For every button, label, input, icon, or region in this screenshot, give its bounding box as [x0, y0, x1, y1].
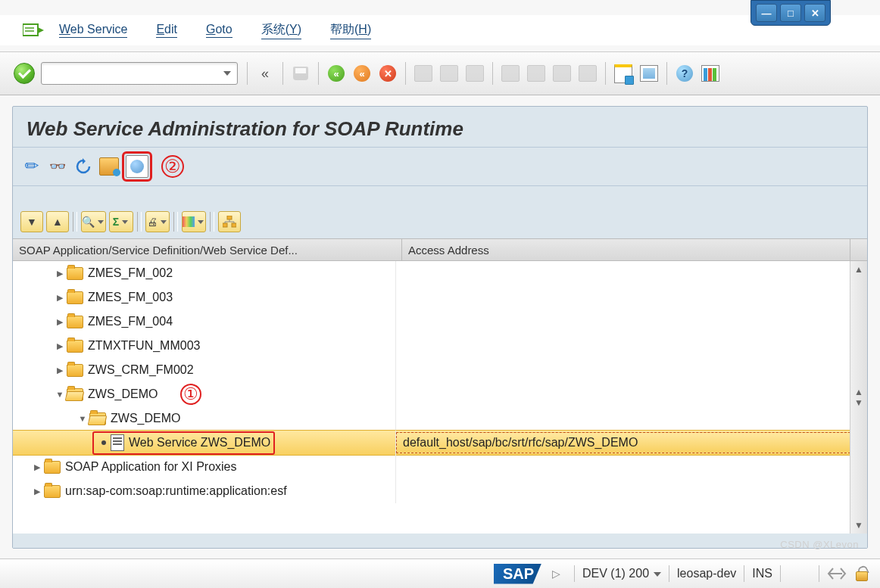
layout-alv-button[interactable] — [182, 211, 206, 232]
shortcut-button[interactable] — [638, 62, 660, 85]
menu-help[interactable]: 帮助(H) — [330, 22, 371, 39]
app-menu-icon[interactable] — [23, 22, 44, 39]
layout-button[interactable] — [699, 62, 722, 85]
sum-button[interactable]: Σ — [109, 211, 133, 232]
callout-1-highlight: Web Service ZWS_DEMO — [92, 431, 275, 455]
alv-toolbar: ▼ ▲ 🔍 Σ 🖨 — [13, 205, 867, 238]
alv-panel: ▼ ▲ 🔍 Σ 🖨 SOAP Application/Service Defin… — [13, 205, 867, 548]
back-chevron-icon[interactable]: « — [254, 62, 276, 85]
scroll-up-icon[interactable]: ▲ — [854, 264, 863, 275]
tree-node-label: ZWS_DEMO — [88, 387, 158, 401]
tree-node-label: SOAP Application for XI Proxies — [65, 460, 236, 474]
menu-goto[interactable]: Goto — [206, 23, 232, 38]
status-system[interactable]: DEV (1) 200 — [582, 567, 661, 580]
vertical-scrollbar[interactable]: ▲ ▲ ▼ ▼ — [850, 261, 867, 534]
tree-row[interactable]: ▶urn:sap-com:soap:runtime:application:es… — [13, 479, 867, 503]
tree-row[interactable]: ▶ZWS_CRM_FM002 — [13, 358, 867, 382]
expand-icon[interactable]: ▶ — [55, 366, 65, 375]
hierarchy-button[interactable] — [218, 211, 241, 232]
expand-icon[interactable]: ▶ — [32, 487, 42, 496]
folder-icon — [67, 316, 83, 328]
svg-rect-3 — [227, 216, 232, 219]
statusbar: SAP ▷ DEV (1) 200 leosap-dev INS — [0, 558, 880, 588]
last-page-button — [576, 62, 599, 85]
page-toolbar: ✎ 👓 ② — [13, 148, 867, 186]
tree-row[interactable]: ▶SOAP Application for XI Proxies — [13, 455, 867, 479]
collapse-icon[interactable]: ▼ — [55, 390, 65, 399]
tree-node-label: urn:sap-com:soap:runtime:application:esf — [65, 484, 287, 498]
folder-icon — [44, 485, 61, 498]
lock-icon[interactable] — [854, 566, 869, 581]
svg-rect-5 — [232, 223, 236, 227]
menubar: Web Service Edit Goto 系统(Y) 帮助(H) — [0, 15, 880, 45]
system-toolbar: « « « ✕ ? — [0, 51, 880, 95]
grid-header-scroll-gap — [850, 239, 867, 260]
grid-header: SOAP Application/Service Definition/Web … — [13, 238, 867, 261]
column-header-2[interactable]: Access Address — [402, 239, 850, 260]
document-icon — [111, 434, 124, 451]
cancel-button[interactable]: ✕ — [376, 62, 399, 85]
find-button — [438, 62, 460, 85]
bullet-icon — [101, 440, 106, 445]
enter-button[interactable] — [14, 63, 35, 84]
column-header-1[interactable]: SOAP Application/Service Definition/Web … — [13, 239, 402, 260]
tree-row[interactable]: Web Service ZWS_DEMOdefault_host/sap/bc/… — [13, 431, 867, 455]
exit-button[interactable]: « — [351, 62, 373, 85]
globe-icon — [130, 160, 144, 173]
status-nav-icon[interactable] — [827, 567, 847, 580]
tree-node-label: ZMES_FM_004 — [88, 315, 173, 328]
close-button[interactable]: ✕ — [804, 4, 825, 22]
print-alv-button[interactable]: 🖨 — [145, 211, 170, 232]
svg-rect-4 — [223, 223, 227, 227]
collapse-icon[interactable]: ▼ — [77, 414, 88, 423]
edit-button[interactable]: ✎ — [21, 156, 42, 177]
tree-row[interactable]: ▼ZWS_DEMO — [13, 406, 867, 431]
scroll-mid-down-icon[interactable]: ▼ — [854, 397, 863, 408]
collapse-all-button[interactable]: ▲ — [46, 211, 69, 232]
next-page-button — [551, 62, 573, 85]
window-controls: — □ ✕ — [750, 0, 831, 26]
tree-node-label: ZWS_CRM_FM002 — [88, 363, 194, 377]
folder-open-icon — [89, 412, 106, 425]
expand-icon[interactable]: ▶ — [32, 462, 42, 472]
expand-icon[interactable]: ▶ — [55, 341, 65, 351]
tree-node-label: ZMES_FM_002 — [88, 266, 173, 280]
tree-row[interactable]: ▶ZMES_FM_004 — [13, 310, 867, 334]
expand-icon[interactable]: ▶ — [55, 293, 65, 303]
command-field[interactable] — [41, 62, 238, 85]
scroll-mid-up-icon[interactable]: ▲ — [854, 387, 863, 397]
folder-open-icon — [67, 388, 83, 401]
expand-icon[interactable]: ▶ — [55, 269, 65, 278]
menu-system[interactable]: 系统(Y) — [261, 22, 301, 39]
expand-icon[interactable]: ▶ — [55, 317, 65, 327]
server-button[interactable] — [98, 156, 120, 177]
folder-icon — [67, 340, 83, 353]
maximize-button[interactable]: □ — [780, 4, 801, 22]
menu-edit[interactable]: Edit — [156, 23, 177, 38]
status-expand-icon[interactable]: ▷ — [552, 568, 560, 580]
tree-row[interactable]: ▼ZWS_DEMO① — [13, 382, 867, 406]
new-session-button[interactable] — [612, 62, 635, 85]
tree-node-label: Web Service ZWS_DEMO — [129, 436, 270, 450]
tree-row[interactable]: ▶ZTMXTFUN_MM003 — [13, 334, 867, 358]
folder-icon — [67, 364, 83, 377]
back-button[interactable]: « — [325, 62, 348, 85]
tree-row[interactable]: ▶ZMES_FM_003 — [13, 285, 867, 310]
callout-2-label: ② — [161, 155, 184, 178]
callout-1-label: ① — [180, 384, 201, 405]
print-button — [412, 62, 435, 85]
access-address-cell[interactable]: default_host/sap/bc/srt/rfc/sap/ZWS_DEMO — [396, 432, 850, 453]
first-page-button — [499, 62, 522, 85]
refresh-button[interactable] — [73, 156, 94, 177]
find-alv-button[interactable]: 🔍 — [81, 211, 106, 232]
help-button[interactable]: ? — [673, 62, 696, 85]
scroll-down-icon[interactable]: ▼ — [854, 520, 863, 530]
tree-node-label: ZMES_FM_003 — [88, 291, 173, 304]
display-button[interactable]: 👓 — [47, 156, 68, 177]
wsdl-button[interactable] — [126, 155, 148, 178]
page-container: Web Service Administration for SOAP Runt… — [12, 106, 868, 549]
expand-all-button[interactable]: ▼ — [20, 211, 43, 232]
tree-row[interactable]: ▶ZMES_FM_002 — [13, 261, 867, 285]
menu-web-service[interactable]: Web Service — [59, 23, 127, 38]
minimize-button[interactable]: — — [756, 4, 777, 22]
